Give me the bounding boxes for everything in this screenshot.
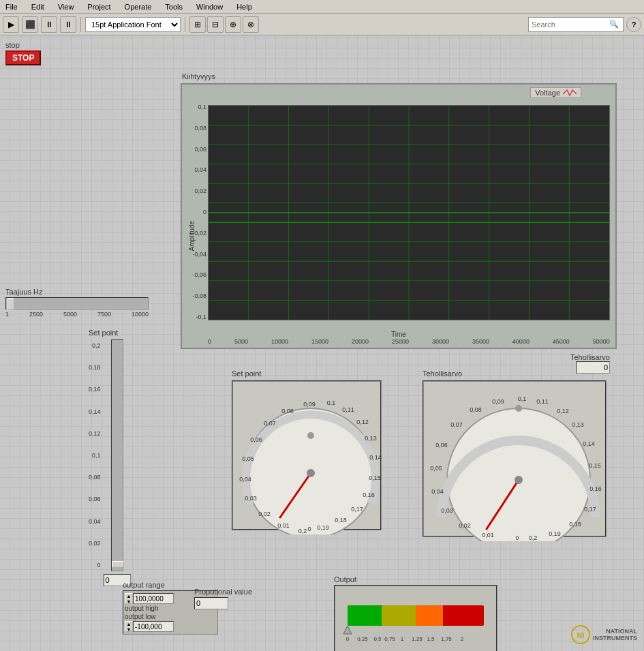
svg-text:NI: NI bbox=[577, 631, 585, 639]
svg-text:0,13: 0,13 bbox=[365, 435, 377, 442]
menu-operate[interactable]: Operate bbox=[122, 2, 155, 12]
toolbar-pause-btn[interactable]: ⏸ bbox=[41, 16, 57, 33]
y-tick-2: 0,06 bbox=[194, 146, 206, 153]
x-axis-ticks: 0 5000 10000 15000 20000 25000 30000 350… bbox=[208, 338, 610, 345]
toolbar-pause2-btn[interactable]: ⏸ bbox=[60, 16, 76, 33]
gauge-tehollisarvo-label: Tehollisarvo bbox=[423, 369, 620, 378]
menu-bar: File Edit View Project Operate Tools Win… bbox=[0, 0, 644, 14]
svg-text:0,07: 0,07 bbox=[450, 421, 463, 428]
toolbar-grid-btn[interactable]: ⊟ bbox=[207, 16, 224, 33]
gauge-tehollisarvo-container: 0 0,01 0,02 0,03 0,04 0,05 0,06 0,07 0,0… bbox=[423, 380, 607, 537]
svg-text:0,03: 0,03 bbox=[441, 507, 453, 514]
gauge-setpoint-svg: 0 0,01 0,02 0,03 0,04 0,05 0,06 0,07 0,0… bbox=[236, 384, 386, 534]
svg-text:0,14: 0,14 bbox=[369, 454, 382, 461]
svg-rect-71 bbox=[348, 605, 382, 626]
svg-text:0,17: 0,17 bbox=[584, 506, 596, 513]
output-high-input[interactable] bbox=[133, 593, 174, 604]
font-select[interactable]: 15pt Application Font bbox=[85, 17, 181, 32]
sp-scale-4: 0,12 bbox=[89, 427, 101, 440]
setpoint-slider-col bbox=[104, 339, 131, 586]
x-tick-4: 20000 bbox=[352, 338, 369, 345]
menu-window[interactable]: Window bbox=[194, 2, 226, 12]
taajuus-slider-handle[interactable] bbox=[7, 298, 14, 310]
chart-svg bbox=[209, 106, 609, 320]
toolbar-sep1 bbox=[80, 17, 81, 32]
taajuus-tick-0: 1 bbox=[5, 311, 9, 318]
svg-text:0,16: 0,16 bbox=[363, 491, 375, 498]
svg-text:0: 0 bbox=[346, 636, 350, 642]
y-axis-label: Amplitude bbox=[188, 221, 196, 251]
output-low-up[interactable]: ▲ bbox=[125, 621, 133, 626]
search-icon: 🔍 bbox=[609, 20, 619, 29]
output-high-down[interactable]: ▼ bbox=[125, 599, 133, 604]
toolbar-icon-group1: ⊞ ⊟ ⊕ ⊗ bbox=[189, 16, 259, 33]
menu-file[interactable]: File bbox=[3, 2, 20, 12]
search-box: 🔍 bbox=[528, 17, 624, 32]
gauge-setpoint-label: Set point bbox=[232, 369, 388, 378]
svg-text:0,15: 0,15 bbox=[369, 474, 381, 481]
output-low-row: ▲ ▼ bbox=[125, 621, 216, 632]
output-high-arrows: ▲ ▼ bbox=[125, 593, 133, 604]
output-high-up[interactable]: ▲ bbox=[125, 593, 133, 599]
sp-scale-7: 0,06 bbox=[89, 493, 101, 505]
chart-panel: Kiihtyvyys Voltage 0,1 0,08 0,06 0,04 0,… bbox=[181, 83, 617, 349]
setpoint-slider-track[interactable] bbox=[111, 339, 123, 571]
output-low-input[interactable] bbox=[133, 621, 174, 632]
menu-tools[interactable]: Tools bbox=[162, 2, 185, 12]
svg-text:0,03: 0,03 bbox=[245, 495, 257, 502]
stop-button[interactable]: STOP bbox=[5, 50, 41, 65]
x-tick-9: 45000 bbox=[553, 338, 570, 345]
x-tick-6: 30000 bbox=[432, 338, 449, 345]
taajuus-slider-track[interactable] bbox=[5, 297, 149, 309]
help-button[interactable]: ? bbox=[626, 17, 641, 32]
toolbar-run-btn[interactable]: ▶ bbox=[3, 16, 19, 33]
svg-text:0,17: 0,17 bbox=[351, 506, 363, 513]
svg-text:0,11: 0,11 bbox=[342, 406, 354, 413]
svg-text:1,25: 1,25 bbox=[412, 636, 423, 642]
output-low-label: output low bbox=[125, 613, 216, 620]
x-tick-3: 15000 bbox=[311, 338, 328, 345]
output-low-down[interactable]: ▼ bbox=[125, 626, 133, 632]
propvalue-input[interactable] bbox=[194, 597, 228, 609]
y-tick-3: 0,04 bbox=[194, 166, 206, 173]
x-axis-title: Time bbox=[391, 331, 406, 338]
x-tick-0: 0 bbox=[208, 338, 211, 345]
gauge-tehollisarvo-area: Tehollisarvo 0 0,01 0,02 0,03 0,04 0,05 … bbox=[423, 369, 620, 537]
voltage-line-icon bbox=[563, 89, 577, 97]
svg-text:0,11: 0,11 bbox=[536, 398, 549, 405]
search-input[interactable] bbox=[532, 20, 607, 29]
y-tick-5: 0 bbox=[203, 209, 206, 215]
setpoint-row: 0,2 0,18 0,16 0,14 0,12 0,1 0,08 0,06 0,… bbox=[89, 339, 177, 586]
svg-text:0,75: 0,75 bbox=[384, 636, 395, 642]
y-tick-8: -0,06 bbox=[192, 271, 206, 278]
taajuus-area: Taajuus Hz 1 2500 5000 7500 10000 bbox=[5, 288, 169, 318]
toolbar-extra-btn[interactable]: ⊗ bbox=[243, 16, 259, 33]
y-tick-10: -0,1 bbox=[196, 314, 206, 320]
voltage-text: Voltage bbox=[535, 89, 560, 97]
y-tick-4: 0,02 bbox=[194, 187, 206, 194]
svg-text:0: 0 bbox=[515, 534, 519, 541]
svg-text:1: 1 bbox=[401, 636, 404, 642]
svg-text:0,01: 0,01 bbox=[482, 532, 494, 539]
ni-line2: INSTRUMENTS bbox=[593, 635, 637, 641]
svg-text:0,18: 0,18 bbox=[335, 517, 347, 524]
menu-help[interactable]: Help bbox=[234, 2, 255, 12]
main-content: stop STOP Kiihtyvyys Voltage 0,1 0,08 0,… bbox=[0, 35, 644, 651]
chart-title: Kiihtyvyys bbox=[182, 72, 215, 80]
svg-text:0,07: 0,07 bbox=[264, 420, 276, 427]
sp-scale-5: 0,1 bbox=[89, 449, 101, 461]
toolbar-stop-btn[interactable]: ⬛ bbox=[22, 16, 38, 33]
output-gauge-box: 0 0,25 0,5 0,75 1 1,25 1,5 1,75 2 bbox=[334, 585, 497, 651]
toolbar-align-btn[interactable]: ⊞ bbox=[189, 16, 206, 33]
toolbar-more-btn[interactable]: ⊕ bbox=[225, 16, 241, 33]
menu-project[interactable]: Project bbox=[85, 2, 113, 12]
svg-text:0,06: 0,06 bbox=[250, 436, 262, 443]
setpoint-slider-handle[interactable] bbox=[112, 561, 124, 568]
svg-text:0,04: 0,04 bbox=[431, 488, 444, 495]
menu-edit[interactable]: Edit bbox=[29, 2, 47, 12]
svg-point-47 bbox=[515, 476, 523, 484]
menu-view[interactable]: View bbox=[55, 2, 77, 12]
sp-scale-6: 0,08 bbox=[89, 471, 101, 483]
toolbar: ▶ ⬛ ⏸ ⏸ 15pt Application Font ⊞ ⊟ ⊕ ⊗ 🔍 … bbox=[0, 14, 644, 35]
x-tick-7: 35000 bbox=[472, 338, 489, 345]
